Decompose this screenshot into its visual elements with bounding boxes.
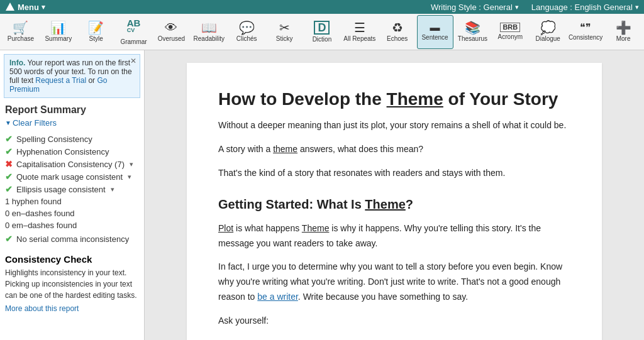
- more-icon: ➕: [616, 21, 631, 34]
- serial-comma-label[interactable]: No serial comma inconsistency: [16, 234, 129, 244]
- toolbar-diction[interactable]: D Diction: [304, 15, 340, 49]
- check-hyphenation-consistency: ✔ Hyphenation Consistency: [5, 145, 139, 158]
- theme-underline-2: Theme: [365, 197, 405, 211]
- check-quote-mark-consistency: ✔ Quote mark usage consistent ▾: [5, 170, 139, 183]
- document-p4: In fact, I urge you to determine why you…: [218, 260, 570, 304]
- toolbar-sticky[interactable]: ✂ Sticky: [266, 15, 303, 49]
- toolbar-summary[interactable]: 📊 Summary: [40, 15, 77, 49]
- info-close-button[interactable]: ✕: [130, 57, 136, 65]
- sticky-icon: ✂: [279, 21, 290, 34]
- spelling-consistency-label[interactable]: Spelling Consistency: [16, 134, 92, 144]
- check-icon-spelling: ✔: [5, 134, 13, 144]
- toolbar-sticky-label: Sticky: [276, 35, 293, 43]
- toolbar-dialogue-label: Dialogue: [535, 35, 560, 43]
- dialogue-icon: 💭: [540, 21, 556, 34]
- toolbar-thesaurus-label: Thesaurus: [458, 35, 487, 43]
- info-label: Info.: [9, 58, 25, 67]
- consistency-check-description: Highlights inconsistency in your text. P…: [5, 267, 139, 301]
- quote-mark-expand-arrow[interactable]: ▾: [128, 173, 131, 181]
- toolbar-diction-label: Diction: [313, 36, 332, 43]
- toolbar-style[interactable]: 📝 Style: [78, 15, 114, 49]
- sentence-icon: ▬: [430, 23, 440, 33]
- document-p2: That's the kind of a story that resonate…: [218, 166, 570, 181]
- check-icon-serial-comma: ✔: [5, 234, 13, 244]
- document-p6: What will this story teach my reader abo…: [218, 337, 570, 340]
- toolbar-grammar[interactable]: ABCV Grammar: [116, 15, 152, 49]
- consistency-check-section: Consistency Check Highlights inconsisten…: [0, 249, 144, 315]
- clear-filters-button[interactable]: Clear Filters: [5, 118, 139, 128]
- toolbar-grammar-label: Grammar: [120, 38, 147, 46]
- toolbar-consistency[interactable]: ❝❞ Consistency: [567, 15, 604, 49]
- logo: Menu ▾: [5, 2, 45, 12]
- info-link-sep: or: [88, 76, 97, 85]
- stat-hyphen: 1 hyphen found: [5, 195, 139, 207]
- capitalisation-expand-arrow[interactable]: ▾: [130, 160, 133, 168]
- writing-style-selector[interactable]: Writing Style : General ▾: [431, 3, 519, 12]
- toolbar-echoes[interactable]: ♻ Echoes: [379, 15, 416, 49]
- toolbar-acronym[interactable]: BRB Acronym: [492, 15, 528, 49]
- language-label: Language : English General: [531, 3, 633, 12]
- check-icon-hyphenation: ✔: [5, 146, 13, 156]
- stat-en-dashes: 0 en–dashes found: [5, 207, 139, 219]
- toolbar-summary-label: Summary: [45, 35, 72, 43]
- toolbar-style-label: Style: [89, 35, 103, 43]
- toolbar-echoes-label: Echoes: [387, 35, 408, 43]
- diction-icon: D: [314, 21, 330, 35]
- echoes-icon: ♻: [392, 21, 403, 34]
- consistency-icon: ❝❞: [580, 23, 591, 33]
- stat-em-dashes: 0 em–dashes found: [5, 219, 139, 231]
- toolbar-purchase[interactable]: 🛒 Purchase: [3, 15, 39, 49]
- check-spelling-consistency: ✔ Spelling Consistency: [5, 133, 139, 145]
- plot-underline: Plot: [218, 223, 233, 233]
- be-a-writer-link[interactable]: be a writer: [257, 292, 298, 302]
- toolbar-more[interactable]: ➕ More: [605, 15, 641, 49]
- toolbar-readability[interactable]: 📖 Readability: [191, 15, 227, 49]
- toolbar-overused[interactable]: 👁 Overused: [153, 15, 190, 49]
- acronym-icon: BRB: [500, 23, 520, 32]
- ellipsis-label[interactable]: Ellipsis usage consistent: [16, 185, 106, 194]
- document-h2: Getting Started: What Is Theme?: [218, 194, 570, 215]
- overused-icon: 👁: [165, 21, 177, 34]
- hyphenation-consistency-label[interactable]: Hyphenation Consistency: [16, 147, 109, 156]
- menu-label[interactable]: Menu: [18, 3, 39, 12]
- consistency-check-heading: Consistency Check: [5, 254, 139, 265]
- check-capitalisation-consistency: ✖ Capitalisation Consistency (7) ▾: [5, 158, 139, 170]
- toolbar-sentence[interactable]: ▬ Sentence: [417, 15, 453, 49]
- document-title: How to Develop the Theme of Your Story: [218, 88, 570, 111]
- document-p3: Plot is what happens Theme is why it hap…: [218, 221, 570, 251]
- ellipsis-expand-arrow[interactable]: ▾: [111, 185, 114, 194]
- document-p1: A story with a theme answers, what does …: [218, 142, 570, 157]
- toolbar-acronym-label: Acronym: [498, 33, 523, 41]
- more-about-report-link[interactable]: More about this report: [5, 304, 79, 313]
- toolbar-cliches-label: Clichés: [236, 35, 257, 43]
- check-serial-comma: ✔ No serial comma inconsistency: [5, 233, 139, 245]
- quote-mark-label[interactable]: Quote mark usage consistent: [16, 172, 123, 182]
- menu-chevron: ▾: [42, 3, 45, 11]
- grammar-icon: ABCV: [127, 18, 141, 37]
- content-area: How to Develop the Theme of Your Story W…: [145, 50, 644, 340]
- toolbar-thesaurus[interactable]: 📚 Thesaurus: [455, 15, 491, 49]
- check-icon-ellipsis: ✔: [5, 184, 13, 194]
- document: How to Develop the Theme of Your Story W…: [187, 63, 602, 340]
- capitalisation-consistency-label[interactable]: Capitalisation Consistency (7): [16, 160, 125, 169]
- theme-underline-3: Theme: [302, 223, 330, 233]
- x-icon-capitalisation: ✖: [5, 159, 13, 169]
- report-summary-heading: Report Summary: [5, 104, 139, 116]
- toolbar-all-repeats[interactable]: ☰ All Repeats: [341, 15, 378, 49]
- request-trial-link[interactable]: Request a Trial: [35, 76, 86, 85]
- toolbar-readability-label: Readability: [194, 35, 225, 43]
- info-box: ✕ Info. Your report was run on the first…: [4, 54, 140, 98]
- toolbar-all-repeats-label: All Repeats: [343, 35, 375, 43]
- toolbar-dialogue[interactable]: 💭 Dialogue: [530, 15, 566, 49]
- document-title-theme-word: Theme: [387, 89, 443, 109]
- summary-icon: 📊: [50, 21, 66, 34]
- toolbar-cliches[interactable]: 💬 Clichés: [228, 15, 265, 49]
- purchase-icon: 🛒: [13, 21, 28, 34]
- theme-underline-1: theme: [273, 144, 297, 154]
- check-icon-quote-mark: ✔: [5, 172, 13, 182]
- language-selector[interactable]: Language : English General ▾: [531, 3, 639, 12]
- style-icon: 📝: [88, 21, 104, 34]
- toolbar: 🛒 Purchase 📊 Summary 📝 Style ABCV Gramma…: [0, 14, 644, 50]
- toolbar-consistency-label: Consistency: [569, 34, 602, 41]
- toolbar-overused-label: Overused: [158, 35, 185, 43]
